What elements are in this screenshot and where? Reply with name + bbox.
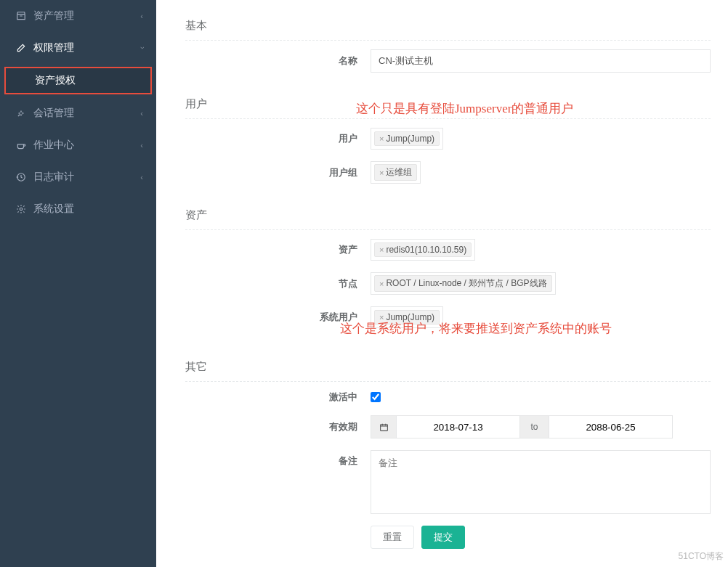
reset-button[interactable]: 重置 xyxy=(371,526,414,549)
section-other: 其它 xyxy=(185,340,711,381)
date-to-label: to xyxy=(520,415,549,438)
user-select[interactable]: × Jump(Jump) xyxy=(371,128,443,150)
user-tag: × Jump(Jump) xyxy=(374,131,440,146)
chevron-down-icon: ‹ xyxy=(137,46,146,49)
sub-item-label: 资产授权 xyxy=(35,74,76,86)
submit-button[interactable]: 提交 xyxy=(421,526,465,549)
node-tag: × ROOT / Linux-node / 郑州节点 / BGP线路 xyxy=(374,275,552,292)
date-start-input[interactable] xyxy=(397,415,520,438)
sidebar: 资产管理 ‹ 权限管理 ‹ 资产授权 会话管理 ‹ 作业中心 ‹ 日志审计 ‹ xyxy=(0,0,156,567)
user-group-tag: × 运维组 xyxy=(374,164,417,181)
date-range: to xyxy=(371,415,673,438)
watermark: 51CTO博客 xyxy=(679,550,724,563)
asset-tag: × redis01(10.10.10.59) xyxy=(374,242,472,257)
divider xyxy=(185,40,711,41)
nav-log-audit[interactable]: 日志审计 ‹ xyxy=(0,161,156,193)
nav-label: 权限管理 xyxy=(33,41,74,54)
section-asset: 资产 xyxy=(185,195,711,229)
calendar-icon[interactable] xyxy=(371,415,397,438)
name-input[interactable] xyxy=(371,49,711,73)
label-validity: 有效期 xyxy=(185,420,371,433)
nav-label: 日志审计 xyxy=(33,171,74,184)
user-group-select[interactable]: × 运维组 xyxy=(371,161,421,184)
rocket-icon xyxy=(15,108,28,118)
nav-session-management[interactable]: 会话管理 ‹ xyxy=(0,97,156,129)
chevron-left-icon: ‹ xyxy=(140,173,143,181)
nav-permissions[interactable]: 权限管理 ‹ xyxy=(0,32,156,64)
edit-icon xyxy=(15,43,28,53)
coffee-icon xyxy=(15,140,28,150)
remove-tag-icon[interactable]: × xyxy=(379,280,384,288)
sidebar-item-asset-auth[interactable]: 资产授权 xyxy=(4,67,152,94)
chevron-left-icon: ‹ xyxy=(140,12,143,20)
label-user-group: 用户组 xyxy=(185,166,371,179)
divider xyxy=(185,229,711,230)
cogs-icon xyxy=(15,204,28,214)
chevron-left-icon: ‹ xyxy=(140,141,143,150)
remove-tag-icon[interactable]: × xyxy=(379,168,384,177)
asset-select[interactable]: × redis01(10.10.10.59) xyxy=(371,239,475,261)
nav-label: 系统设置 xyxy=(33,203,74,216)
nav-job-center[interactable]: 作业中心 ‹ xyxy=(0,129,156,161)
main-form: 基本 名称 用户 这个只是具有登陆Jumpserver的普通用户 用户 × Ju… xyxy=(156,0,728,567)
chevron-left-icon: ‹ xyxy=(140,109,143,118)
remove-tag-icon[interactable]: × xyxy=(379,245,384,254)
divider xyxy=(185,118,711,119)
nav-label: 作业中心 xyxy=(33,139,74,152)
annotation-user: 这个只是具有登陆Jumpserver的普通用户 xyxy=(356,100,573,117)
svg-rect-1 xyxy=(380,424,387,431)
nav-label: 会话管理 xyxy=(33,107,74,120)
label-name: 名称 xyxy=(185,54,371,68)
nav-label: 资产管理 xyxy=(33,9,74,23)
label-node: 节点 xyxy=(185,277,371,290)
annotation-system-user: 这个是系统用户，将来要推送到资产系统中的账号 xyxy=(340,320,612,337)
divider xyxy=(185,381,711,382)
label-remark: 备注 xyxy=(185,450,371,468)
svg-point-0 xyxy=(20,208,23,211)
history-icon xyxy=(15,172,28,182)
remove-tag-icon[interactable]: × xyxy=(379,134,384,143)
active-checkbox[interactable] xyxy=(371,392,381,402)
nav-asset-management[interactable]: 资产管理 ‹ xyxy=(0,0,156,32)
label-user: 用户 xyxy=(185,132,371,145)
date-end-input[interactable] xyxy=(549,415,673,438)
inbox-icon xyxy=(15,11,28,21)
node-select[interactable]: × ROOT / Linux-node / 郑州节点 / BGP线路 xyxy=(371,272,556,295)
remark-textarea[interactable] xyxy=(371,450,711,514)
nav-system-settings[interactable]: 系统设置 xyxy=(0,193,156,225)
section-basic: 基本 xyxy=(185,6,711,40)
label-asset: 资产 xyxy=(185,243,371,256)
label-active: 激活中 xyxy=(185,391,371,404)
